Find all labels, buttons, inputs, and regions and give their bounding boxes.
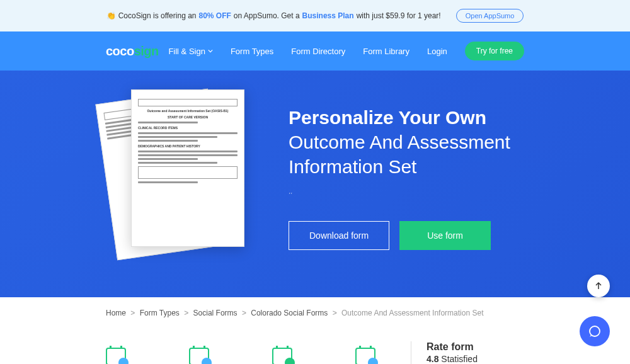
promo-bar: 👏 CocoSign is offering an 80% OFF on App… [0,0,630,31]
feature-icons [106,341,411,364]
promo-plan: Business Plan [302,11,354,20]
breadcrumb-colorado[interactable]: Colorado Social Forms [251,309,328,317]
breadcrumb-current: Outcome And Assessment Information Set [341,309,483,317]
svg-point-0 [590,326,600,336]
form-preview: Outcome and Assessment Information Set (… [106,89,251,266]
nav-form-directory[interactable]: Form Directory [291,47,345,56]
breadcrumb-sep: > [242,309,246,317]
badge-icon [202,358,212,364]
breadcrumb-sep: > [130,309,135,317]
breadcrumb: Home > Form Types > Social Forms > Color… [0,297,630,329]
chevron-down-icon [208,48,213,54]
open-appsumo-button[interactable]: Open AppSumo [456,9,524,23]
hero-title-rest: Outcome And Assessment Information Set [289,132,510,177]
document-page-front: Outcome and Assessment Information Set (… [131,89,244,247]
logo[interactable]: cocosign [106,44,159,59]
rate-score-value: 4.8 [427,354,438,364]
gear-icon [285,358,295,364]
promo-discount: 80% OFF [198,11,231,20]
clap-icon: 👏 [106,11,116,20]
breadcrumb-social-forms[interactable]: Social Forms [193,309,238,317]
hero-actions: Download form Use form [289,221,524,250]
arrow-up-icon [594,282,603,290]
hero-quote-marks: ʼʼ [289,191,524,198]
nav-fill-sign-label: Fill & Sign [168,47,205,56]
download-form-button[interactable]: Download form [289,221,389,250]
nav-form-types[interactable]: Form Types [231,47,273,56]
hero-title-bold: Personalize Your Own [289,107,486,128]
nav-form-library[interactable]: Form Library [363,47,410,56]
promo-text-suffix: with just $59.9 for 1 year! [357,11,441,20]
nav-login[interactable]: Login [427,47,447,56]
rate-score-label: Statisfied [441,354,478,364]
logo-part1: coco [106,44,134,58]
breadcrumb-form-types[interactable]: Form Types [140,309,180,317]
breadcrumb-sep: > [333,309,337,317]
rate-title: Rate form [427,341,524,353]
breadcrumb-home[interactable]: Home [106,309,126,317]
scroll-to-top-button[interactable] [587,275,610,297]
feature-icon-3 [272,348,292,364]
use-form-button[interactable]: Use form [399,221,491,250]
feature-icon-1 [106,348,126,364]
nav-links: Fill & Sign Form Types Form Directory Fo… [168,42,524,60]
bottom-row: Rate form 4.8 Statisfied ★★★★★ [0,329,630,364]
rate-score: 4.8 Statisfied [427,354,524,364]
chat-icon [588,324,602,338]
try-free-button[interactable]: Try for free [465,42,524,60]
feature-icon-2 [189,348,209,364]
feature-icon-4 [355,348,375,364]
refresh-icon [368,358,378,364]
promo-text-mid1: on AppSumo. Get a [234,11,300,20]
breadcrumb-sep: > [184,309,188,317]
chat-button[interactable] [580,316,610,346]
hero-content: Personalize Your Own Outcome And Assessm… [289,105,524,250]
shield-icon [118,358,129,364]
rate-form-box: Rate form 4.8 Statisfied ★★★★★ [411,341,524,364]
hero-section: Outcome and Assessment Information Set (… [0,71,630,297]
nav-fill-sign[interactable]: Fill & Sign [168,47,213,56]
promo-text-prefix: CocoSign is offering an [118,11,197,20]
hero-title: Personalize Your Own Outcome And Assessm… [289,105,524,179]
logo-part2: sign [134,44,159,58]
nav-bar: cocosign Fill & Sign Form Types Form Dir… [0,31,630,71]
